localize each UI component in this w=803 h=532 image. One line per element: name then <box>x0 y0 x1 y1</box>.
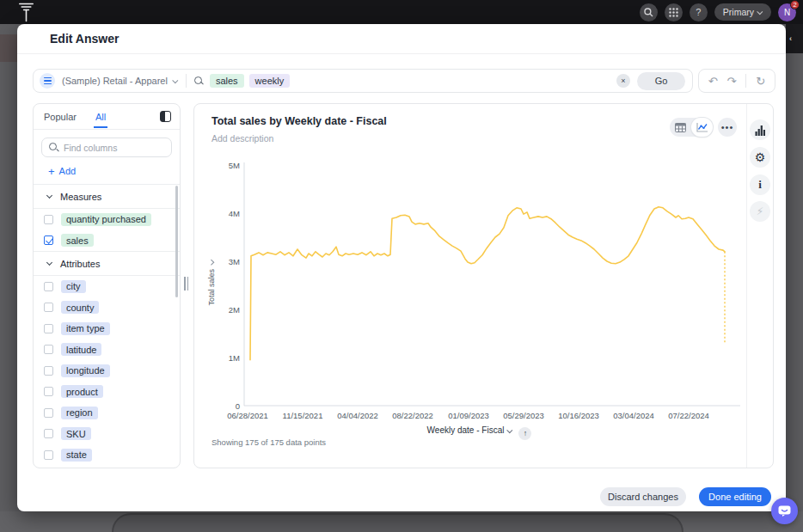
x-tick-label: 07/22/2024 <box>668 411 709 420</box>
chevron-down-icon <box>46 193 52 199</box>
go-button[interactable]: Go <box>637 72 685 90</box>
chart-plot-area[interactable]: 01M2M3M4M5M 06/28/202111/15/202104/04/20… <box>207 158 742 426</box>
column-item[interactable]: city <box>34 276 180 297</box>
avatar-initial: N <box>784 8 790 17</box>
more-options-button[interactable]: ••• <box>718 118 737 137</box>
chart-view-button[interactable] <box>691 118 713 137</box>
y-tick-label: 1M <box>207 353 240 363</box>
y-axis-label[interactable]: Total sales <box>207 253 216 313</box>
y-tick-label: 5M <box>207 161 240 170</box>
divider <box>186 74 187 88</box>
add-description[interactable]: Add description <box>211 133 273 144</box>
background-overlay-left <box>0 34 17 62</box>
column-sections: Measuresquantity purchasedsalesAttribute… <box>34 184 180 466</box>
tab-all[interactable]: All <box>94 105 107 128</box>
data-source-icon[interactable] <box>40 73 55 89</box>
chevron-down-icon <box>507 427 513 433</box>
lightning-icon: ⚡ <box>757 205 763 217</box>
data-source-selector[interactable]: (Sample) Retail - Apparel <box>62 76 168 86</box>
column-item[interactable]: product <box>34 382 180 403</box>
edit-answer-modal: Edit Answer (Sample) Retail - Apparel sa… <box>17 24 786 511</box>
done-editing-button[interactable]: Done editing <box>699 487 771 506</box>
sales-line-series[interactable] <box>250 207 725 360</box>
column-item[interactable]: county <box>34 297 180 319</box>
chart-settings-button[interactable]: ⚙ <box>750 147 770 168</box>
answer-chart-card: Total sales by Weekly date - Fiscal Add … <box>193 103 774 468</box>
configure-chart-button[interactable] <box>750 119 770 140</box>
checkbox[interactable] <box>44 387 53 396</box>
column-item[interactable]: region <box>34 402 180 424</box>
column-label: city <box>61 280 86 293</box>
help-icon: ? <box>696 7 701 17</box>
panel-resize-handle[interactable] <box>184 277 191 290</box>
primary-dropdown[interactable]: Primary <box>714 3 771 21</box>
bar-chart-icon <box>755 125 766 136</box>
modal-title: Edit Answer <box>50 32 119 46</box>
chevron-down-icon <box>172 77 178 83</box>
nav-apps-button[interactable] <box>665 3 683 21</box>
discard-changes-button[interactable]: Discard changes <box>600 487 686 506</box>
checkbox[interactable] <box>44 429 53 438</box>
section-header[interactable]: Measures <box>34 184 180 209</box>
nav-help-button[interactable]: ? <box>690 3 708 21</box>
search-bar[interactable]: (Sample) Retail - Apparel salesweekly × … <box>33 69 693 93</box>
nav-search-button[interactable] <box>640 3 658 21</box>
x-tick-label: 04/04/2022 <box>337 411 378 420</box>
x-tick-label: 10/16/2023 <box>558 411 599 420</box>
divider <box>745 74 746 88</box>
checkbox-checked[interactable] <box>44 235 53 245</box>
top-navbar: ? Primary N 2 <box>0 0 803 24</box>
search-token-list: salesweekly <box>210 74 295 88</box>
x-tick-label: 06/28/2021 <box>227 411 268 420</box>
x-tick-label: 08/22/2022 <box>392 411 433 420</box>
section-header[interactable]: Attributes <box>34 251 180 276</box>
sidebar-scrollbar[interactable] <box>175 186 178 297</box>
search-token[interactable]: weekly <box>249 74 291 88</box>
table-icon <box>675 123 686 132</box>
checkbox[interactable] <box>44 324 53 333</box>
column-item[interactable]: item type <box>34 318 180 339</box>
tab-popular[interactable]: Popular <box>42 105 78 128</box>
divider <box>746 104 747 468</box>
column-label: SKU <box>61 427 91 440</box>
find-columns-box <box>41 138 172 157</box>
column-item[interactable]: state <box>34 444 180 466</box>
checkbox[interactable] <box>44 408 53 418</box>
search-actions: ↶ ↷ ↻ <box>698 69 775 93</box>
checkbox[interactable] <box>44 450 53 460</box>
user-avatar[interactable]: N 2 <box>778 3 796 21</box>
chevron-down-icon <box>208 260 214 266</box>
answer-details-button[interactable]: i <box>750 174 770 195</box>
column-label: quantity purchased <box>61 213 151 226</box>
find-columns-input[interactable] <box>64 143 158 153</box>
column-label: sales <box>61 234 94 247</box>
viz-type-toggle <box>670 118 713 137</box>
column-item[interactable]: sales <box>34 230 180 252</box>
redo-button[interactable]: ↷ <box>727 75 737 88</box>
undo-button[interactable]: ↶ <box>708 75 718 88</box>
column-item[interactable]: latitude <box>34 339 180 361</box>
chart-title: Total sales by Weekly date - Fiscal <box>211 115 387 127</box>
background-overlay-right <box>786 24 803 53</box>
collapse-panel-icon[interactable] <box>160 111 171 122</box>
checkbox[interactable] <box>44 282 53 291</box>
clear-search-button[interactable]: × <box>616 74 630 88</box>
checkbox[interactable] <box>44 303 53 312</box>
data-points-note: Showing 175 of 175 data points <box>211 437 326 447</box>
search-icon <box>644 8 653 17</box>
chat-launcher-button[interactable] <box>771 498 798 524</box>
checkbox[interactable] <box>44 345 53 354</box>
line-chart-icon <box>696 122 708 132</box>
reset-button[interactable]: ↻ <box>756 75 765 88</box>
checkbox[interactable] <box>44 215 53 224</box>
column-label: region <box>61 407 98 419</box>
column-item[interactable]: SKU <box>34 424 180 445</box>
column-item[interactable]: quantity purchased <box>34 209 180 230</box>
spotiq-button[interactable]: ⚡ <box>750 201 770 222</box>
sort-ascending-button[interactable]: ↑ <box>518 427 531 440</box>
table-view-button[interactable] <box>670 118 691 137</box>
checkbox[interactable] <box>44 366 53 376</box>
search-token[interactable]: sales <box>210 74 244 88</box>
column-item[interactable]: longitude <box>34 360 180 382</box>
add-column-button[interactable]: + Add <box>34 157 180 184</box>
